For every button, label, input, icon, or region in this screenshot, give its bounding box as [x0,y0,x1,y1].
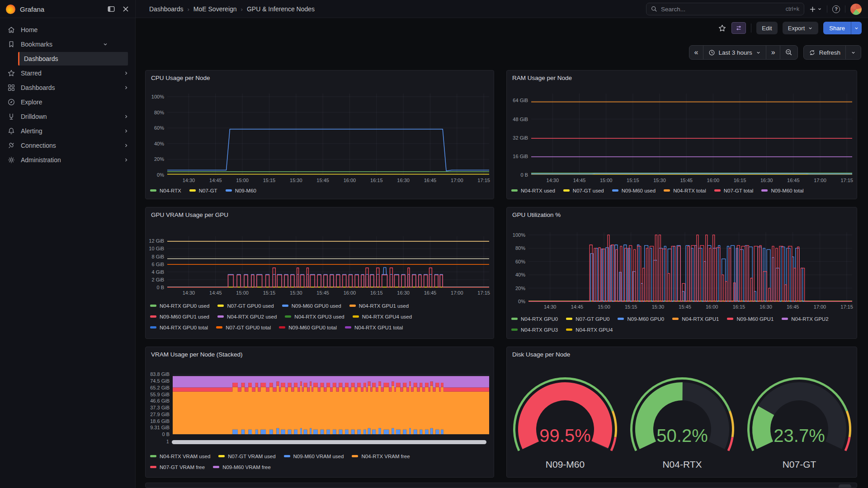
sidebar-item-connections[interactable]: Connections [0,138,135,153]
share-menu-button[interactable] [851,22,862,34]
svg-text:80%: 80% [515,245,525,251]
svg-text:0 B: 0 B [162,432,170,437]
legend-item[interactable]: N04-RTX GPU3 [511,327,558,333]
time-shift-forward-button[interactable]: » [766,46,780,59]
legend-item[interactable]: N04-RTX GPU0 [511,316,558,322]
legend-item[interactable]: N04-RTX GPU2 [782,316,828,322]
export-button[interactable]: Export [783,22,819,34]
legend-item[interactable]: N04-RTX VRAM free [352,454,410,459]
panel-left-toggle-icon[interactable] [107,5,115,13]
legend-item[interactable]: N07-GT used [563,188,604,193]
public-dashboard-button[interactable] [731,22,746,34]
chevron-right-icon [123,157,129,163]
legend-item[interactable]: N04-RTX GPU3 used [285,314,344,319]
sidebar-item-label: Explore [21,99,42,106]
star-button[interactable] [718,24,726,33]
sidebar-item-starred[interactable]: Starred [0,66,135,80]
time-shift-back-button[interactable]: « [689,46,703,59]
legend-item[interactable]: N07-GT VRAM used [218,454,275,459]
breadcrumb-folder[interactable]: MoE Sovereign [193,5,237,13]
legend-series-label: N09-M60 total [771,188,803,193]
legend-item[interactable]: N04-RTX total [664,188,706,193]
legend-item[interactable]: N04-RTX VRAM used [150,454,210,459]
avatar[interactable] [850,4,862,15]
legend-series-color [672,318,679,320]
legend-item[interactable]: N09-M60 GPU1 used [150,314,209,319]
svg-text:14:30: 14:30 [547,178,559,183]
refresh-interval-button[interactable] [845,46,861,59]
chevron-down-icon [817,7,822,11]
legend-item[interactable]: N04-RTX GPU1 [672,316,719,322]
legend-series-color [352,455,358,457]
panel-title[interactable]: GPU VRAM Usage per GPU [151,211,228,218]
panel-title[interactable]: Disk Usage per Node [512,351,570,358]
legend-item[interactable]: N04-RTX GPU1 total [345,325,403,330]
legend-item[interactable]: N04-RTX GPU4 used [353,314,412,319]
legend-item[interactable]: N09-M60 [226,188,256,193]
legend-series-label: N04-RTX GPU0 total [160,325,208,330]
sidebar-item-bookmarks[interactable]: Bookmarks [0,37,135,52]
legend-item[interactable]: N04-RTX GPU1 used [349,303,409,309]
legend-series-label: N04-RTX total [673,188,706,193]
legend-item[interactable]: N09-M60 VRAM free [213,465,271,470]
svg-text:74.5 GiB: 74.5 GiB [150,378,170,384]
panel-title[interactable]: RAM Usage per Node [512,75,572,81]
sidebar-item-dashboards[interactable]: Dashboards [0,80,135,95]
apps-icon [7,84,15,92]
panel-corner-button[interactable] [839,484,851,488]
panel-title[interactable]: VRAM Usage per Node (Stacked) [151,351,243,358]
sidebar-item-administration[interactable]: Administration [0,153,135,167]
sidebar-item-alerting[interactable]: Alerting [0,124,135,138]
legend-item[interactable]: N07-GT VRAM free [150,465,205,470]
legend-series-color [150,315,156,318]
legend-item[interactable]: N09-M60 used [612,188,656,193]
time-range-picker[interactable]: Last 3 hours [703,46,766,59]
sidebar-item-explore[interactable]: Explore [0,95,135,109]
legend-item[interactable]: N04-RTX GPU4 [566,327,613,333]
chevron-right-icon [123,114,129,119]
legend-item[interactable]: N09-M60 GPU0 used [282,303,341,309]
svg-text:14:30: 14:30 [183,178,195,183]
legend-item[interactable]: N09-M60 GPU0 [618,316,664,322]
help-icon[interactable]: ? [832,5,840,13]
sidebar-item-home[interactable]: Home [0,23,135,37]
sidebar-item-drilldown[interactable]: Drilldown [0,109,135,124]
legend-item[interactable]: N07-GT GPU0 total [216,325,271,330]
legend-series-label: N07-GT GPU0 used [227,303,274,309]
legend-series-label: N07-GT VRAM free [160,465,205,470]
legend-item[interactable]: N04-RTX GPU2 used [217,314,277,319]
refresh-button[interactable]: Refresh [804,46,845,59]
panel-loaded-llm-models: Loaded LLM Models per Node (via Ollama A… [145,483,857,488]
legend-item[interactable]: N07-GT GPU0 used [217,303,274,309]
legend-item[interactable]: N04-RTX GPU0 total [150,325,208,330]
home-icon [7,26,15,34]
search-input[interactable]: Search... ctrl+k [646,3,804,15]
legend-item[interactable]: N09-M60 VRAM used [284,454,344,459]
panel-title[interactable]: GPU Utilization % [512,211,561,218]
legend-item[interactable]: N09-M60 GPU0 total [279,325,337,330]
legend-item[interactable]: N07-GT total [714,188,754,193]
stacked-panel-scrollbar[interactable] [172,440,486,444]
legend-item[interactable]: N07-GT GPU0 [566,316,609,322]
clipped-axis-tick: 1 [166,439,169,444]
gear-icon [7,156,15,164]
add-button[interactable] [809,6,822,13]
legend-series-label: N04-RTX GPU4 [576,327,613,333]
share-button[interactable]: Share [823,22,851,34]
svg-text:14:45: 14:45 [573,178,586,183]
panel-title[interactable]: CPU Usage per Node [151,75,210,81]
legend-item[interactable]: N07-GT [189,188,217,193]
zoom-out-button[interactable] [780,46,797,59]
legend-item[interactable]: N09-M60 total [761,188,803,193]
divider [845,5,845,13]
legend-item[interactable]: N04-RTX used [511,188,555,193]
close-icon[interactable] [123,6,129,12]
sidebar-item-bookmarked-dashboards[interactable]: Dashboards [18,52,128,66]
breadcrumb-dashboards[interactable]: Dashboards [149,5,184,13]
legend-item[interactable]: N04-RTX GPU0 used [150,303,209,309]
legend-series-color [714,189,721,192]
edit-button[interactable]: Edit [756,22,777,34]
legend-item[interactable]: N09-M60 GPU1 [727,316,774,322]
legend-item[interactable]: N04-RTX [150,188,181,193]
svg-text:15:30: 15:30 [290,290,302,296]
